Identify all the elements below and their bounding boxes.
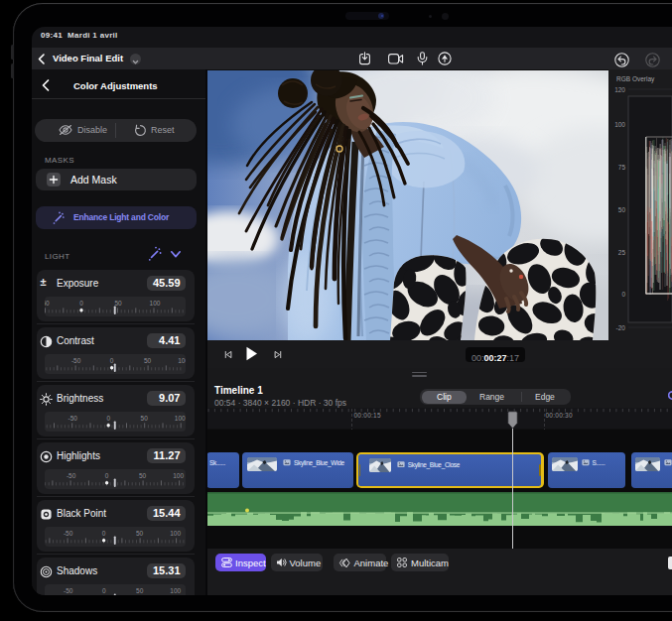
svg-text:50: 50 [139, 472, 147, 479]
svg-text:0: 0 [106, 415, 110, 422]
svg-text:-50: -50 [45, 300, 50, 307]
svg-text:-50: -50 [67, 472, 76, 479]
svg-text:100: 100 [170, 587, 181, 594]
svg-text:120: 120 [614, 86, 625, 93]
svg-text:50: 50 [136, 587, 144, 594]
svg-text:0: 0 [621, 291, 625, 298]
svg-text:100: 100 [614, 121, 625, 128]
svg-text:75: 75 [618, 164, 626, 171]
svg-text:100: 100 [175, 415, 186, 422]
svg-text:50: 50 [144, 357, 152, 364]
svg-text:0: 0 [102, 530, 106, 537]
svg-text:-20: -20 [616, 324, 626, 331]
svg-text:100: 100 [170, 530, 181, 537]
svg-text:100: 100 [150, 300, 161, 307]
svg-text:50: 50 [618, 206, 626, 213]
svg-text:0: 0 [110, 357, 114, 364]
svg-text:-50: -50 [71, 357, 81, 364]
svg-text:50: 50 [136, 530, 144, 537]
svg-text:-50: -50 [64, 530, 73, 537]
svg-text:-50: -50 [67, 415, 77, 422]
svg-text:25: 25 [618, 249, 626, 256]
svg-text:50: 50 [141, 415, 149, 422]
svg-text:50: 50 [114, 300, 122, 307]
svg-text:100: 100 [173, 472, 184, 479]
svg-text:100: 100 [178, 357, 185, 364]
svg-text:0: 0 [102, 587, 106, 594]
svg-text:-50: -50 [64, 587, 73, 594]
svg-text:0: 0 [79, 300, 83, 307]
svg-text:0: 0 [105, 472, 109, 479]
